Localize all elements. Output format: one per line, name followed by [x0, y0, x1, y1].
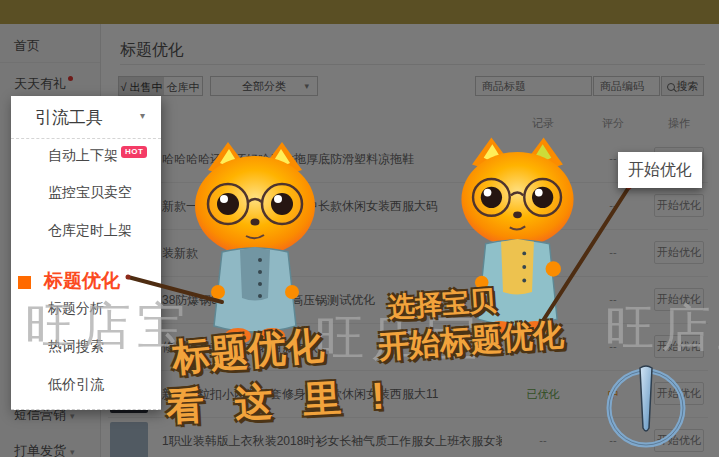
- traffic-tools-menu: 引流工具 ▾ 自动上下架HOT 监控宝贝卖空 仓库定时上架 标题优化 标题分析 …: [11, 96, 161, 410]
- menu-item-title-analysis[interactable]: 标题分析: [48, 300, 104, 318]
- menu-item-monitor-soldout[interactable]: 监控宝贝卖空: [48, 184, 132, 202]
- start-optimize-callout-button[interactable]: 开始优化: [618, 152, 702, 188]
- menu-item-low-price-traffic[interactable]: 低价引流: [48, 376, 104, 394]
- hot-badge: HOT: [121, 146, 147, 158]
- screen: 首页 天天有礼 短信营销▾ 打单发货▾ 标题优化 √ 出售中 仓库中 全部分类 …: [0, 0, 719, 457]
- menu-item-title-optimization[interactable]: 标题优化: [44, 268, 120, 294]
- menu-item-hot-word-search[interactable]: 热词搜索: [48, 338, 104, 356]
- menu-item-scheduled-listing[interactable]: 仓库定时上架: [48, 222, 132, 240]
- menu-title-traffic-tools[interactable]: 引流工具: [35, 106, 103, 129]
- menu-item-auto-on-off-shelf[interactable]: 自动上下架HOT: [48, 146, 147, 165]
- divider: [11, 138, 161, 139]
- chevron-down-icon: ▾: [140, 110, 145, 121]
- active-item-bullet-icon: [18, 276, 31, 289]
